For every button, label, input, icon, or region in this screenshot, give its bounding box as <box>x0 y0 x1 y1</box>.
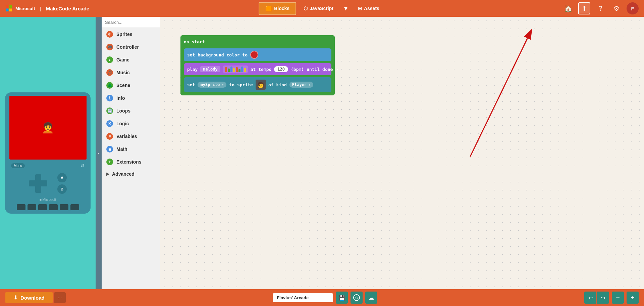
github-button[interactable]: ○ <box>351 292 363 304</box>
save-icon: 💾 <box>338 295 345 301</box>
bottom-btn-4[interactable] <box>49 204 58 210</box>
app-name: MakeCode Arcade <box>46 6 90 11</box>
math-icon: ◼ <box>106 146 113 152</box>
toolbox-item-sprites[interactable]: ✈ Sprites <box>102 28 160 41</box>
variables-icon: ≡ <box>106 133 113 140</box>
redo-button[interactable]: ↪ <box>597 292 609 304</box>
sidebar-toggle[interactable]: ‹ <box>96 17 102 289</box>
play-melody-block[interactable]: play melody at te <box>184 63 331 75</box>
search-input[interactable] <box>105 20 160 25</box>
until-done-dropdown[interactable]: ▾ <box>336 68 338 71</box>
on-start-block[interactable]: on start set background color to play me… <box>180 35 335 95</box>
info-icon: ℹ <box>106 95 113 101</box>
tempo-unit: (bpm) <box>291 67 304 72</box>
home-button[interactable]: 🏠 <box>562 2 574 14</box>
game-screen: 🧑‍🦱 <box>9 96 87 160</box>
download-icon: ⬇ <box>13 295 18 301</box>
menu-button[interactable]: Menu <box>11 163 25 168</box>
toolbox-item-info[interactable]: ℹ Info <box>102 92 160 104</box>
workspace: on start set background color to play me… <box>160 17 644 289</box>
svg-rect-2 <box>6 8 9 11</box>
search-bar: 🔍 <box>102 17 160 28</box>
set-background-color-block[interactable]: set background color to <box>184 48 331 61</box>
bottom-bar: ⬇ Download ··· 💾 ○ ☁ ↩ ↪ − + <box>0 289 644 306</box>
player-kind[interactable]: Player ▾ <box>289 82 313 88</box>
dpad-area: A B <box>26 172 69 195</box>
bottom-btn-3[interactable] <box>38 204 47 210</box>
melody-bar-6 <box>238 69 240 72</box>
ab-row: A <box>57 173 67 182</box>
color-picker[interactable] <box>250 51 258 59</box>
header-center: 🟧 Blocks ⬡ JavaScript ▾ ⊞ Assets <box>259 2 385 15</box>
advanced-label: Advanced <box>112 171 135 177</box>
undo-button[interactable]: ↩ <box>584 292 596 304</box>
settings-button[interactable]: ⚙ <box>610 2 623 14</box>
zoom-out-button[interactable]: − <box>612 292 624 304</box>
btn-b[interactable]: B <box>57 184 67 194</box>
sprite-character: 🧑‍🦱 <box>42 122 54 134</box>
tab-blocks-label: Blocks <box>274 6 289 11</box>
tab-assets-label: Assets <box>364 6 379 11</box>
bottom-buttons <box>17 204 79 210</box>
download-button[interactable]: ⬇ Download <box>5 292 53 303</box>
melody-bar-4 <box>233 68 235 72</box>
toolbox-item-advanced[interactable]: ▶ Advanced <box>102 168 160 180</box>
save-button[interactable]: 💾 <box>336 292 348 304</box>
melody-bar-3 <box>230 67 232 72</box>
melody-bar-1 <box>225 67 227 72</box>
device-controls-row: Menu ↺ <box>8 162 87 170</box>
mysprite-var[interactable]: mySprite ▾ <box>198 82 226 88</box>
mysprite-arrow: ▾ <box>222 83 224 87</box>
tab-js-label: JavaScript <box>310 6 333 11</box>
toolbox-item-loops[interactable]: 🔄 Loops <box>102 104 160 117</box>
help-button[interactable]: ? <box>594 2 606 14</box>
toolbox-item-logic[interactable]: ✕ Logic <box>102 117 160 130</box>
bottom-btn-1[interactable] <box>17 204 25 210</box>
share-button[interactable]: ⬆ <box>578 2 590 14</box>
github-icon: ○ <box>353 294 360 301</box>
svg-line-5 <box>470 38 528 157</box>
project-name-input[interactable] <box>273 293 333 302</box>
bottom-btn-5[interactable] <box>60 204 68 210</box>
bottom-btn-2[interactable] <box>28 204 36 210</box>
toolbox-item-math[interactable]: ◼ Math <box>102 143 160 156</box>
tab-javascript-button[interactable]: ⬡ JavaScript <box>298 3 339 14</box>
toolbox-item-scene[interactable]: 🌲 Scene <box>102 79 160 92</box>
sprite-pixel-art: 🧑 <box>257 81 264 88</box>
variables-label: Variables <box>116 134 137 139</box>
bottom-right-icons: ↩ ↪ − + <box>584 292 639 304</box>
js-icon: ⬡ <box>304 6 308 11</box>
gameboy-device: 🧑‍🦱 Menu ↺ A <box>5 92 91 214</box>
mysprite-label: mySprite <box>200 82 220 87</box>
assets-icon: ⊞ <box>358 6 362 11</box>
on-start-label: on start <box>184 39 331 46</box>
tab-dropdown-button[interactable]: ▾ <box>341 2 351 15</box>
refresh-button[interactable]: ↺ <box>80 163 85 168</box>
toolbox-item-variables[interactable]: ≡ Variables <box>102 130 160 143</box>
toolbox-item-controller[interactable]: 🎮 Controller <box>102 41 160 53</box>
logic-icon: ✕ <box>106 120 113 127</box>
btn-a[interactable]: A <box>57 173 67 182</box>
zoom-in-button[interactable]: + <box>627 292 639 304</box>
svg-rect-0 <box>6 5 9 8</box>
more-button[interactable]: ··· <box>54 292 66 303</box>
of-kind-label: of kind <box>268 82 287 87</box>
avatar-button[interactable]: F <box>627 2 639 14</box>
advanced-chevron-icon: ▶ <box>106 172 109 176</box>
toolbox-item-extensions[interactable]: + Extensions <box>102 156 160 168</box>
simulator-panel: 🧑‍🦱 Menu ↺ A <box>0 17 96 289</box>
set-sprite-block[interactable]: set mySprite ▾ to sprite 🧑 of kind Playe… <box>184 77 331 92</box>
player-arrow: ▾ <box>309 83 311 87</box>
tab-blocks-button[interactable]: 🟧 Blocks <box>259 2 296 15</box>
toolbox-item-music[interactable]: 🎵 Music <box>102 66 160 79</box>
project-section: 💾 ○ ☁ <box>273 292 377 304</box>
blocks-icon: 🟧 <box>265 5 272 12</box>
cloud-button[interactable]: ☁ <box>365 292 377 304</box>
toolbox-item-game[interactable]: ● Game <box>102 53 160 66</box>
header-left: Microsoft | MakeCode Arcade <box>5 5 89 12</box>
bottom-btn-6[interactable] <box>70 204 79 210</box>
blocks-container: on start set background color to play me… <box>180 35 335 95</box>
tab-assets-button[interactable]: ⊞ Assets <box>352 3 385 14</box>
sprite-thumbnail[interactable]: 🧑 <box>256 80 266 90</box>
sprites-icon: ✈ <box>106 31 113 38</box>
